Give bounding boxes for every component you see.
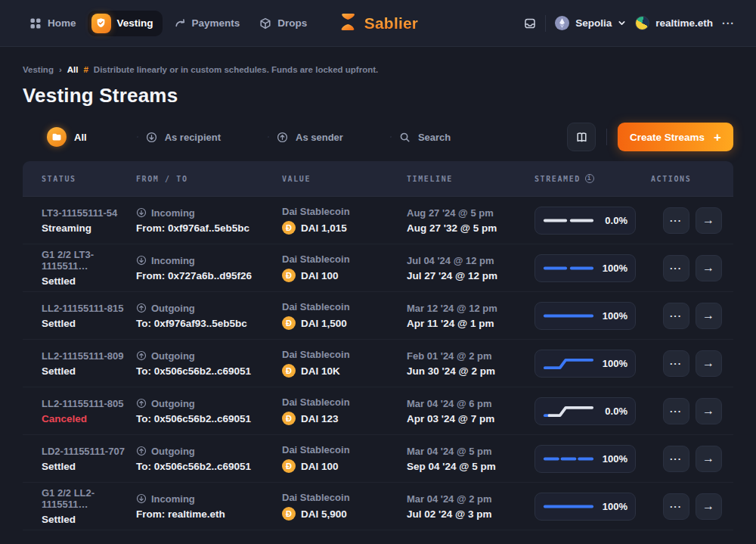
stream-status: Canceled <box>42 413 136 424</box>
breadcrumb-description: Distribute linearly or in custom schedul… <box>94 65 378 74</box>
dai-coin-icon: Ð <box>282 269 296 282</box>
row-open-button[interactable]: → <box>696 446 722 472</box>
streamed-sparkline <box>543 356 594 371</box>
streamed-progress: 100% <box>534 445 636 473</box>
start-time: Aug 27 '24 @ 5 pm <box>407 207 534 219</box>
status-cell: G1 2/2 LT3-1115511… Settled <box>42 249 136 287</box>
nav-item-home[interactable]: Home <box>21 11 85 36</box>
end-time: Jul 27 '24 @ 12 pm <box>407 270 534 281</box>
from-to-cell: Outgoing To: 0x506c56b2..c69051 <box>136 350 282 377</box>
start-time: Jul 04 '24 @ 12 pm <box>407 255 534 266</box>
row-open-button[interactable]: → <box>696 493 722 520</box>
table-row[interactable]: LL2-11155111-815 Settled Outgoing To: 0x… <box>23 292 733 340</box>
timeline-cell: Aug 27 '24 @ 5 pm Aug 27 '32 @ 5 pm <box>407 207 534 234</box>
arrow-up-circle-icon <box>277 132 288 143</box>
timeline-cell: Jul 04 '24 @ 12 pm Jul 27 '24 @ 12 pm <box>407 255 534 281</box>
table-row[interactable]: LL2-11155111-805 Canceled Outgoing To: 0… <box>23 387 733 435</box>
row-menu-button[interactable]: ··· <box>663 303 689 329</box>
table-row[interactable]: LT3-11155111-54 Streaming Incoming From:… <box>23 197 733 244</box>
dai-coin-icon: Ð <box>282 364 296 378</box>
row-menu-button[interactable]: ··· <box>663 493 689 520</box>
tab-label: As recipient <box>165 132 221 143</box>
streamed-sparkline <box>543 499 594 514</box>
table-row[interactable]: LL2-11155111-809 Settled Outgoing To: 0x… <box>23 340 733 387</box>
actions-cell: ··· → <box>651 493 733 520</box>
status-cell: LT3-11155111-54 Streaming <box>42 207 136 234</box>
nav-item-vesting[interactable]: Vesting <box>88 11 163 36</box>
table-row[interactable]: LD2-11155111-707 Settled Outgoing To: 0x… <box>23 435 733 483</box>
create-streams-button[interactable]: Create Streams + <box>618 123 733 151</box>
dai-coin-icon: Ð <box>282 412 296 425</box>
start-time: Mar 04 '24 @ 5 pm <box>407 446 534 457</box>
status-cell: LL2-11155111-809 Settled <box>42 350 136 377</box>
tabs: AllAs recipientAs senderSearch <box>23 117 470 157</box>
docs-button[interactable] <box>567 123 596 151</box>
end-time: Sep 04 '24 @ 5 pm <box>407 461 534 472</box>
timeline-cell: Mar 04 '24 @ 2 pm Jul 02 '24 @ 3 pm <box>407 493 534 520</box>
brand[interactable]: Sablier <box>338 11 418 35</box>
token-name: Dai Stablecoin <box>282 349 407 360</box>
arrow-down-circle-icon <box>146 132 157 143</box>
inbox-button[interactable] <box>524 17 536 30</box>
row-open-button[interactable]: → <box>696 207 722 234</box>
streamed-progress: 100% <box>534 350 636 378</box>
row-menu-button[interactable]: ··· <box>663 255 689 281</box>
value-cell: Dai Stablecoin Ð DAI 123 <box>282 396 407 425</box>
nav-right: Sepolia realtime.eth ··· <box>524 15 735 32</box>
token-name: Dai Stablecoin <box>282 206 407 217</box>
breadcrumb-separator: › <box>59 65 62 74</box>
create-streams-label: Create Streams <box>630 132 705 143</box>
row-open-button[interactable]: → <box>696 255 722 281</box>
tab-search[interactable]: Search <box>370 117 470 157</box>
breadcrumb-vesting[interactable]: Vesting <box>23 65 54 74</box>
tabs-row: AllAs recipientAs senderSearch Create St… <box>23 117 733 157</box>
table-body: LT3-11155111-54 Streaming Incoming From:… <box>23 197 733 530</box>
row-open-button[interactable]: → <box>696 398 722 424</box>
breadcrumb-current[interactable]: All <box>67 65 79 74</box>
direction-label: Outgoing <box>151 350 195 362</box>
value-cell: Dai Stablecoin Ð DAI 1,015 <box>282 206 407 235</box>
tab-as-recipient[interactable]: As recipient <box>117 117 240 157</box>
network-selector[interactable]: Sepolia <box>555 16 626 30</box>
row-menu-button[interactable]: ··· <box>663 398 689 424</box>
dai-coin-icon: Ð <box>282 507 296 521</box>
nav-item-payments[interactable]: Payments <box>166 11 249 36</box>
token-name: Dai Stablecoin <box>282 301 407 312</box>
token-name: Dai Stablecoin <box>282 444 407 455</box>
direction-label: Outgoing <box>151 398 195 409</box>
brand-name: Sablier <box>364 14 418 33</box>
account-button[interactable]: realtime.eth <box>635 16 713 30</box>
streamed-cell: 100% <box>534 493 651 521</box>
amount: DAI 1,500 <box>301 318 347 329</box>
row-menu-button[interactable]: ··· <box>663 207 689 234</box>
table-row[interactable]: G1 2/2 LL2-1115511… Settled Incoming Fro… <box>23 483 733 530</box>
counterparty: To: 0x506c56b2..c69051 <box>136 413 282 424</box>
account-menu-button[interactable]: ··· <box>722 17 735 30</box>
streamed-cell: 0.0% <box>534 207 651 235</box>
stream-status: Settled <box>42 318 136 329</box>
column-header-label: ACTIONS <box>651 175 691 183</box>
from-to-cell: Outgoing To: 0x506c56b2..c69051 <box>136 398 282 424</box>
row-open-button[interactable]: → <box>696 303 722 329</box>
cube-icon <box>259 17 271 30</box>
page-title: Vesting Streams <box>23 84 733 107</box>
row-open-button[interactable]: → <box>696 350 722 377</box>
end-time: Jun 30 '24 @ 2 pm <box>407 365 534 377</box>
nav-item-label: Home <box>48 17 76 29</box>
streamed-sparkline <box>543 308 594 324</box>
table-row[interactable]: G1 2/2 LT3-1115511… Settled Incoming Fro… <box>23 244 733 292</box>
start-time: Mar 04 '24 @ 2 pm <box>407 493 534 505</box>
direction-label: Outgoing <box>151 446 195 457</box>
nav-item-drops[interactable]: Drops <box>251 11 315 36</box>
streamed-sparkline <box>543 260 594 276</box>
book-icon <box>575 131 588 144</box>
tab-all[interactable]: All <box>23 117 110 157</box>
streams-table: STATUSFROM / TOVALUETIMELINESTREAMEDiACT… <box>23 161 733 530</box>
tab-background <box>136 136 138 138</box>
avatar <box>635 16 649 30</box>
row-menu-button[interactable]: ··· <box>663 446 689 472</box>
stream-id: G1 2/2 LL2-1115511… <box>42 487 136 510</box>
row-menu-button[interactable]: ··· <box>663 350 689 377</box>
column-header-value: VALUE <box>282 175 407 183</box>
tab-as-sender[interactable]: As sender <box>248 117 363 157</box>
